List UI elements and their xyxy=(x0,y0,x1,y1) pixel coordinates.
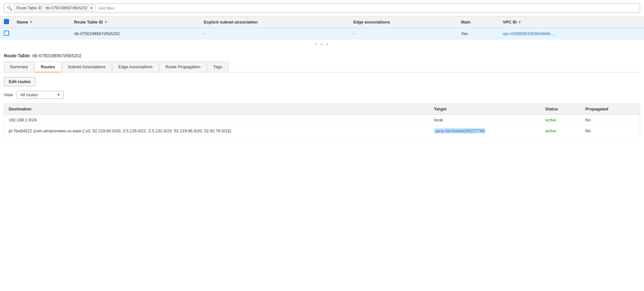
name-sort-icon: ▼ xyxy=(29,20,33,24)
filter-tag-label: Route Table ID : rtb-0750198567d5b5202 xyxy=(16,6,88,10)
tabs-container: Summary Routes Subnet Associations Edge … xyxy=(4,61,640,72)
detail-panel: Route Table: rtb-0750198567d5b5202 Summa… xyxy=(0,49,644,140)
route-propagated-2: No xyxy=(581,126,640,136)
tab-routes[interactable]: Routes xyxy=(35,61,61,72)
vpc-sort-icon: ▼ xyxy=(518,20,521,24)
tab-edge-associations[interactable]: Edge Associations xyxy=(112,61,159,72)
route-tables-table: Name ▼ Route Table ID ▼ Explicit subnet … xyxy=(0,16,644,40)
drag-handle[interactable]: • • • xyxy=(0,40,644,49)
rtid-sort-icon: ▼ xyxy=(104,20,108,24)
col-header-destination: Destination xyxy=(4,104,430,115)
col-header-name[interactable]: Name ▼ xyxy=(13,16,70,28)
routes-header-row: Destination Target Status Propagated xyxy=(4,104,640,115)
route-target-1: local xyxy=(430,115,541,126)
route-destination-2: pl-7ba54012 (com.amazonaws.us-east-2.s3,… xyxy=(4,126,430,136)
route-destination-1: 192.168.1.0/24 xyxy=(4,115,430,126)
vpc-id-link[interactable]: vpc-01685961063b0d84b ... xyxy=(503,31,555,36)
view-dropdown[interactable]: All routes ▼ xyxy=(17,91,64,99)
table-header-row: Name ▼ Route Table ID ▼ Explicit subnet … xyxy=(0,16,644,28)
add-filter-text[interactable]: Add filter xyxy=(98,6,115,11)
drag-dots-icon: • • • xyxy=(315,41,329,48)
row-edge-assoc-cell: - xyxy=(349,28,457,40)
col-header-explicit-subnet: Explicit subnet association xyxy=(200,16,349,28)
tab-route-propagation[interactable]: Route Propagation xyxy=(159,61,206,72)
table-row[interactable]: rtb-0750198567d5b5202 - - Yes vpc-016859… xyxy=(0,28,644,40)
col-header-propagated: Propagated xyxy=(581,104,640,115)
route-propagated-1: No xyxy=(581,115,640,126)
edit-routes-button[interactable]: Edit routes xyxy=(4,77,35,86)
col-header-status: Status xyxy=(541,104,581,115)
checkbox-header[interactable] xyxy=(0,16,13,28)
filter-remove-button[interactable]: ✕ xyxy=(90,6,93,10)
filter-tag: Route Table ID : rtb-0750198567d5b5202 ✕ xyxy=(14,5,96,11)
row-checkbox-cell[interactable] xyxy=(0,28,13,40)
route-row-2: pl-7ba54012 (com.amazonaws.us-east-2.s3,… xyxy=(4,126,640,136)
search-bar[interactable]: 🔍 Route Table ID : rtb-0750198567d5b5202… xyxy=(4,3,640,13)
target-link-2[interactable]: vpce-0ec5da4d265227786 xyxy=(434,128,486,134)
row-name-cell xyxy=(13,28,70,40)
tab-subnet-associations[interactable]: Subnet Associations xyxy=(62,61,112,72)
view-label: View xyxy=(4,92,13,97)
view-dropdown-arrow-icon: ▼ xyxy=(57,93,60,97)
col-header-vpc-id[interactable]: VPC ID ▼ xyxy=(499,16,644,28)
header-checkbox[interactable] xyxy=(4,19,9,24)
routes-table: Destination Target Status Propagated 192… xyxy=(4,103,640,136)
tab-tags[interactable]: Tags xyxy=(207,61,228,72)
col-header-edge-associations: Edge associations xyxy=(349,16,457,28)
route-table-label-prefix: Route Table: xyxy=(4,53,31,58)
view-selected-option: All routes xyxy=(20,92,38,97)
search-icon: 🔍 xyxy=(7,5,12,11)
row-main-cell: Yes xyxy=(457,28,499,40)
route-status-1: active xyxy=(541,115,581,126)
route-table-label: Route Table: rtb-0750198567d5b5202 xyxy=(4,49,640,61)
search-bar-container: 🔍 Route Table ID : rtb-0750198567d5b5202… xyxy=(0,0,644,16)
status-badge-1: active xyxy=(545,117,556,122)
route-table-id-detail: rtb-0750198567d5b5202 xyxy=(32,53,81,58)
route-status-2: active xyxy=(541,126,581,136)
status-badge-2: active xyxy=(545,128,556,133)
tab-summary[interactable]: Summary xyxy=(4,61,34,72)
view-row: View All routes ▼ xyxy=(4,91,640,99)
col-header-route-table-id[interactable]: Route Table ID ▼ xyxy=(70,16,200,28)
route-row-1: 192.168.1.0/24 local active No xyxy=(4,115,640,126)
col-header-main: Main xyxy=(457,16,499,28)
row-checkbox[interactable] xyxy=(4,31,9,36)
row-vpc-id-cell[interactable]: vpc-01685961063b0d84b ... xyxy=(499,28,644,40)
row-explicit-subnet-cell: - xyxy=(200,28,349,40)
route-target-2[interactable]: vpce-0ec5da4d265227786 xyxy=(430,126,541,136)
row-route-table-id-cell: rtb-0750198567d5b5202 xyxy=(70,28,200,40)
col-header-target: Target xyxy=(430,104,541,115)
